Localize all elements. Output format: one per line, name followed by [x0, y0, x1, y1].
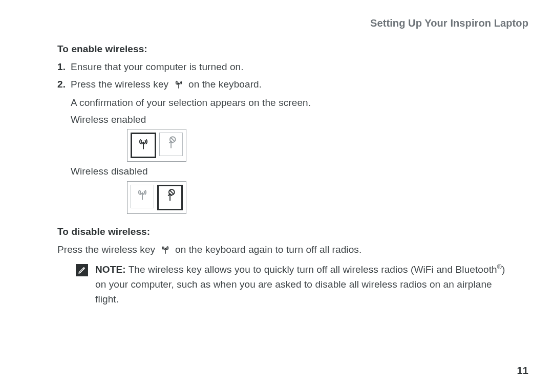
step-text-after: on the keyboard. [188, 79, 262, 90]
manual-page: Setting Up Your Inspiron Laptop To enabl… [0, 0, 553, 392]
disable-text: Press the wireless key on the keyboard a… [57, 242, 528, 258]
wireless-icon [136, 187, 149, 205]
step-1: 1. Ensure that your computer is turned o… [57, 59, 528, 74]
indicator-box-enabled [127, 129, 186, 162]
running-header: Setting Up Your Inspiron Laptop [25, 15, 528, 31]
wireless-icon [137, 137, 150, 154]
registered-symbol: ® [497, 263, 502, 270]
step-number: 2. [57, 77, 68, 93]
disable-text-before: Press the wireless key [57, 244, 158, 255]
indicator-box-disabled [127, 181, 186, 214]
wireless-disabled-icon [164, 136, 178, 153]
enable-heading: To enable wireless: [25, 41, 528, 56]
note-label: NOTE: [95, 264, 126, 275]
enable-steps-list: 1. Ensure that your computer is turned o… [25, 59, 528, 93]
enabled-label: Wireless enabled [71, 112, 528, 127]
disable-heading: To disable wireless: [25, 224, 528, 239]
pencil-note-icon [76, 264, 88, 276]
wireless-off-tile [157, 185, 183, 210]
note-body: NOTE: The wireless key allows you to qui… [95, 262, 508, 307]
wireless-on-tile [131, 133, 156, 158]
confirmation-text: A confirmation of your selection appears… [71, 95, 528, 110]
disabled-indicator [127, 181, 528, 214]
disabled-label: Wireless disabled [71, 164, 528, 179]
wireless-icon [174, 78, 184, 93]
step-number: 1. [57, 59, 68, 74]
wireless-off-tile [159, 133, 183, 156]
disable-text-after: on the keyboard again to turn off all ra… [175, 244, 361, 255]
wireless-disabled-icon [163, 188, 177, 206]
page-number: 11 [517, 363, 528, 379]
enabled-indicator [127, 129, 528, 162]
wireless-on-tile [131, 185, 154, 208]
note: NOTE: The wireless key allows you to qui… [76, 262, 508, 307]
step-text: Press the wireless key on the keyboard. [71, 77, 528, 93]
note-text-before: The wireless key allows you to quickly t… [126, 264, 497, 275]
step-2: 2. Press the wireless key on the keyboar… [57, 77, 528, 93]
step-text-before: Press the wireless key [71, 79, 172, 90]
step-text: Ensure that your computer is turned on. [71, 59, 528, 74]
wireless-icon [160, 244, 171, 258]
